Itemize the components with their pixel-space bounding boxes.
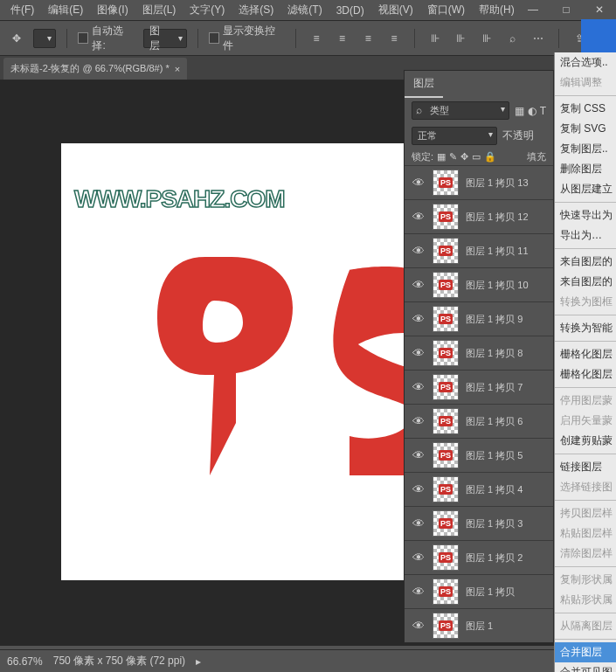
menu-edit[interactable]: 编辑(E) bbox=[41, 0, 90, 20]
visibility-eye-icon[interactable]: 👁 bbox=[405, 551, 433, 565]
layer-thumbnail[interactable]: PS bbox=[433, 613, 459, 639]
blend-mode-dropdown[interactable]: 正常 bbox=[412, 127, 497, 145]
align-left-icon[interactable]: ≡ bbox=[307, 29, 326, 48]
document-canvas[interactable]: WWW.PSAHZ.COM bbox=[61, 143, 404, 580]
layers-panel-tab[interactable]: 图层 bbox=[405, 71, 443, 98]
context-menu-item[interactable]: 转换为智能 bbox=[555, 318, 616, 338]
menu-window[interactable]: 窗口(W) bbox=[420, 0, 472, 20]
auto-select-target-dropdown[interactable]: 图层 bbox=[143, 29, 187, 48]
menu-view[interactable]: 视图(V) bbox=[371, 0, 420, 20]
visibility-eye-icon[interactable]: 👁 bbox=[405, 210, 433, 224]
menu-layer[interactable]: 图层(L) bbox=[135, 0, 183, 20]
lock-artboard-icon[interactable]: ▭ bbox=[472, 151, 481, 163]
layer-thumbnail[interactable]: PS bbox=[433, 170, 459, 196]
layer-item[interactable]: 👁PS图层 1 拷贝 bbox=[405, 574, 553, 608]
document-tab[interactable]: 未标题-2-恢复的 @ 66.7%(RGB/8#) * × bbox=[3, 58, 187, 80]
menu-3d[interactable]: 3D(D) bbox=[329, 2, 371, 19]
layer-item[interactable]: 👁PS图层 1 拷贝 10 bbox=[405, 267, 553, 301]
filter-adjustment-icon[interactable]: ◐ bbox=[528, 105, 536, 117]
layer-item[interactable]: 👁PS图层 1 拷贝 2 bbox=[405, 540, 553, 574]
context-menu-item[interactable]: 从图层建立 bbox=[555, 179, 616, 199]
layer-item[interactable]: 👁PS图层 1 拷贝 5 bbox=[405, 438, 553, 472]
context-menu-item[interactable]: 混合选项.. bbox=[555, 52, 616, 73]
align-right-icon[interactable]: ≡ bbox=[358, 29, 377, 48]
layer-thumbnail[interactable]: PS bbox=[433, 408, 459, 434]
context-menu-item[interactable]: 创建剪贴蒙 bbox=[555, 431, 616, 451]
auto-select-checkbox[interactable]: 自动选择: bbox=[78, 24, 136, 53]
context-menu-item[interactable]: 来自图层的 bbox=[555, 252, 616, 272]
context-menu-item[interactable]: 栅格化图层 bbox=[555, 364, 616, 384]
distribute-icon-1[interactable]: ⊪ bbox=[426, 29, 445, 48]
layer-item[interactable]: 👁PS图层 1 拷贝 7 bbox=[405, 370, 553, 404]
filter-pixel-icon[interactable]: ▦ bbox=[515, 105, 524, 117]
layer-item[interactable]: 👁PS图层 1 拷贝 3 bbox=[405, 506, 553, 540]
document-info[interactable]: 750 像素 x 750 像素 (72 ppi) bbox=[53, 654, 185, 669]
context-menu-item[interactable]: 链接图层 bbox=[555, 457, 616, 477]
menu-select[interactable]: 选择(S) bbox=[232, 0, 280, 20]
context-menu-item[interactable]: 快速导出为 bbox=[555, 205, 616, 225]
layer-item[interactable]: 👁PS图层 1 bbox=[405, 608, 553, 642]
lock-transparency-icon[interactable]: ▦ bbox=[437, 151, 446, 163]
layer-filter-type-dropdown[interactable]: 类型 bbox=[412, 101, 509, 120]
layer-thumbnail[interactable]: PS bbox=[433, 476, 459, 502]
context-menu-item[interactable]: 复制 CSS bbox=[555, 99, 616, 119]
visibility-eye-icon[interactable]: 👁 bbox=[405, 414, 433, 428]
lock-all-icon[interactable]: 🔒 bbox=[484, 151, 496, 163]
zoom-level[interactable]: 66.67% bbox=[7, 655, 43, 668]
lock-position-icon[interactable]: ✥ bbox=[460, 151, 468, 163]
context-menu-item[interactable]: 删除图层 bbox=[555, 159, 616, 179]
context-menu-item[interactable]: 复制 SVG bbox=[555, 119, 616, 139]
lock-paint-icon[interactable]: ✎ bbox=[449, 151, 457, 163]
status-chevron-icon[interactable]: ▸ bbox=[196, 655, 201, 668]
menu-image[interactable]: 图像(I) bbox=[90, 0, 135, 20]
layer-thumbnail[interactable]: PS bbox=[433, 340, 459, 366]
distribute-icon-3[interactable]: ⊪ bbox=[477, 29, 496, 48]
layer-thumbnail[interactable]: PS bbox=[433, 442, 459, 468]
visibility-eye-icon[interactable]: 👁 bbox=[405, 346, 433, 360]
align-top-icon[interactable]: ≡ bbox=[384, 29, 404, 48]
visibility-eye-icon[interactable]: 👁 bbox=[405, 585, 433, 599]
visibility-eye-icon[interactable]: 👁 bbox=[405, 482, 433, 496]
layer-item[interactable]: 👁PS图层 1 拷贝 4 bbox=[405, 472, 553, 506]
context-menu-item[interactable]: 合并可见图 bbox=[555, 662, 616, 672]
visibility-eye-icon[interactable]: 👁 bbox=[405, 312, 433, 326]
layer-thumbnail[interactable]: PS bbox=[433, 374, 459, 400]
menu-help[interactable]: 帮助(H) bbox=[472, 0, 522, 20]
more-icon[interactable]: ⋯ bbox=[529, 29, 548, 48]
visibility-eye-icon[interactable]: 👁 bbox=[405, 448, 433, 462]
align-center-h-icon[interactable]: ≡ bbox=[333, 29, 352, 48]
layer-thumbnail[interactable]: PS bbox=[433, 306, 459, 332]
menu-type[interactable]: 文字(Y) bbox=[183, 0, 232, 20]
show-transform-checkbox[interactable]: 显示变换控件 bbox=[209, 24, 286, 53]
distribute-icon-2[interactable]: ⊪ bbox=[451, 29, 470, 48]
visibility-eye-icon[interactable]: 👁 bbox=[405, 278, 433, 292]
layer-item[interactable]: 👁PS图层 1 拷贝 13 bbox=[405, 165, 553, 199]
menu-filter[interactable]: 滤镜(T) bbox=[280, 0, 329, 20]
context-menu-item[interactable]: 栅格化图层 bbox=[555, 344, 616, 364]
layer-item[interactable]: 👁PS图层 1 拷贝 8 bbox=[405, 336, 553, 370]
maximize-button[interactable]: □ bbox=[550, 0, 583, 19]
menu-file[interactable]: 件(F) bbox=[3, 0, 41, 20]
move-tool-icon[interactable]: ✥ bbox=[7, 29, 26, 48]
layer-thumbnail[interactable]: PS bbox=[433, 510, 459, 537]
layer-item[interactable]: 👁PS图层 1 拷贝 12 bbox=[405, 199, 553, 233]
layer-thumbnail[interactable]: PS bbox=[433, 238, 459, 264]
layer-thumbnail[interactable]: PS bbox=[433, 578, 459, 605]
context-menu-item[interactable]: 合并图层 bbox=[555, 642, 616, 662]
layer-thumbnail[interactable]: PS bbox=[433, 544, 459, 571]
visibility-eye-icon[interactable]: 👁 bbox=[405, 619, 433, 633]
layer-thumbnail[interactable]: PS bbox=[433, 272, 459, 298]
visibility-eye-icon[interactable]: 👁 bbox=[405, 244, 433, 258]
tab-close-icon[interactable]: × bbox=[175, 64, 180, 74]
search-icon[interactable]: ⌕ bbox=[503, 29, 523, 48]
context-menu-item[interactable]: 导出为… bbox=[555, 225, 616, 246]
tool-preset-dropdown[interactable] bbox=[33, 29, 56, 48]
context-menu-item[interactable]: 复制图层.. bbox=[555, 139, 616, 159]
layer-item[interactable]: 👁PS图层 1 拷贝 9 bbox=[405, 301, 553, 336]
filter-type-icon[interactable]: T bbox=[540, 105, 546, 117]
visibility-eye-icon[interactable]: 👁 bbox=[405, 380, 433, 394]
layer-thumbnail[interactable]: PS bbox=[433, 204, 459, 230]
minimize-button[interactable]: — bbox=[516, 0, 550, 19]
visibility-eye-icon[interactable]: 👁 bbox=[405, 176, 433, 190]
visibility-eye-icon[interactable]: 👁 bbox=[405, 516, 433, 530]
